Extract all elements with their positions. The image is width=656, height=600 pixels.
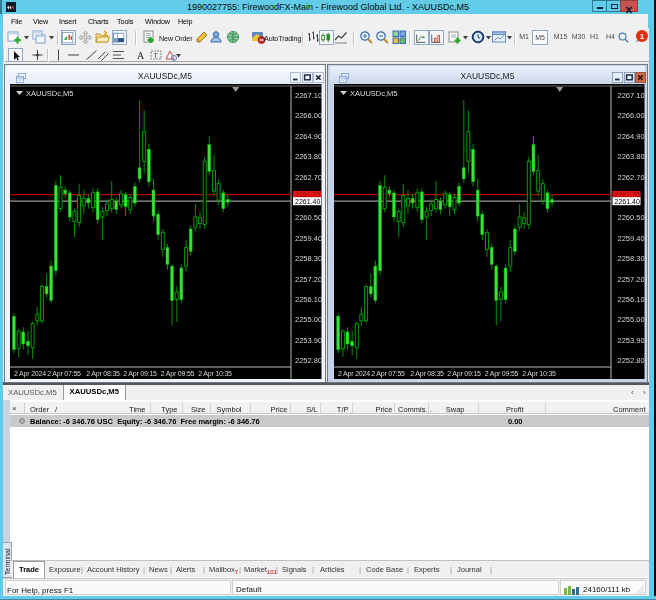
svg-text:T: T (154, 52, 159, 59)
svg-text:2261.40: 2261.40 (295, 198, 320, 205)
svg-text:2252.80: 2252.80 (618, 356, 645, 365)
svg-text:2262.70: 2262.70 (295, 173, 322, 182)
svg-text:2260.50: 2260.50 (295, 213, 322, 222)
svg-text:2258.30: 2258.30 (295, 254, 322, 263)
svg-text:2 Apr 08:35: 2 Apr 08:35 (86, 370, 120, 378)
svg-text:2257.20: 2257.20 (295, 275, 322, 284)
svg-text:2264.90: 2264.90 (618, 132, 645, 141)
svg-text:2257.20: 2257.20 (618, 275, 645, 284)
svg-text:2256.10: 2256.10 (618, 295, 645, 304)
svg-text:2258.30: 2258.30 (618, 254, 645, 263)
svg-text:2 Apr 10:35: 2 Apr 10:35 (522, 370, 556, 378)
svg-text:2253.90: 2253.90 (618, 336, 645, 345)
svg-text:2261.40: 2261.40 (615, 198, 640, 205)
svg-text:2267.10: 2267.10 (618, 91, 645, 100)
svg-text:2 Apr 07:55: 2 Apr 07:55 (47, 370, 81, 378)
svg-text:2267.10: 2267.10 (295, 91, 322, 100)
svg-text:2 Apr 09:15: 2 Apr 09:15 (447, 370, 481, 378)
svg-text:2 Apr 07:55: 2 Apr 07:55 (371, 370, 405, 378)
svg-text:2 Apr 08:35: 2 Apr 08:35 (410, 370, 444, 378)
svg-text:2 Apr 2024: 2 Apr 2024 (14, 370, 46, 378)
svg-text:2255.00: 2255.00 (295, 315, 322, 324)
svg-text:2 Apr 10:35: 2 Apr 10:35 (198, 370, 232, 378)
svg-text:2266.00: 2266.00 (295, 111, 322, 120)
svg-text:2263.80: 2263.80 (295, 152, 322, 161)
svg-text:2256.10: 2256.10 (295, 295, 322, 304)
svg-text:2 Apr 09:55: 2 Apr 09:55 (485, 370, 519, 378)
svg-text:2259.40: 2259.40 (295, 234, 322, 243)
svg-text:2259.40: 2259.40 (618, 234, 645, 243)
svg-text:XAUUSDc,M5: XAUUSDc,M5 (26, 89, 74, 98)
svg-text:XAUUSDc,M5: XAUUSDc,M5 (350, 89, 398, 98)
svg-text:2252.80: 2252.80 (295, 356, 322, 365)
svg-text:2263.80: 2263.80 (618, 152, 645, 161)
svg-text:2 Apr 09:55: 2 Apr 09:55 (161, 370, 195, 378)
svg-text:2255.00: 2255.00 (618, 315, 645, 324)
svg-text:1: 1 (640, 32, 645, 41)
svg-text:A: A (137, 50, 145, 61)
svg-text:2253.90: 2253.90 (295, 336, 322, 345)
svg-text:2 Apr 09:15: 2 Apr 09:15 (123, 370, 157, 378)
svg-text:2 Apr 2024: 2 Apr 2024 (338, 370, 370, 378)
svg-text:2264.90: 2264.90 (295, 132, 322, 141)
svg-text:2262.70: 2262.70 (618, 173, 645, 182)
svg-text:2260.50: 2260.50 (618, 213, 645, 222)
svg-text:2266.00: 2266.00 (618, 111, 645, 120)
